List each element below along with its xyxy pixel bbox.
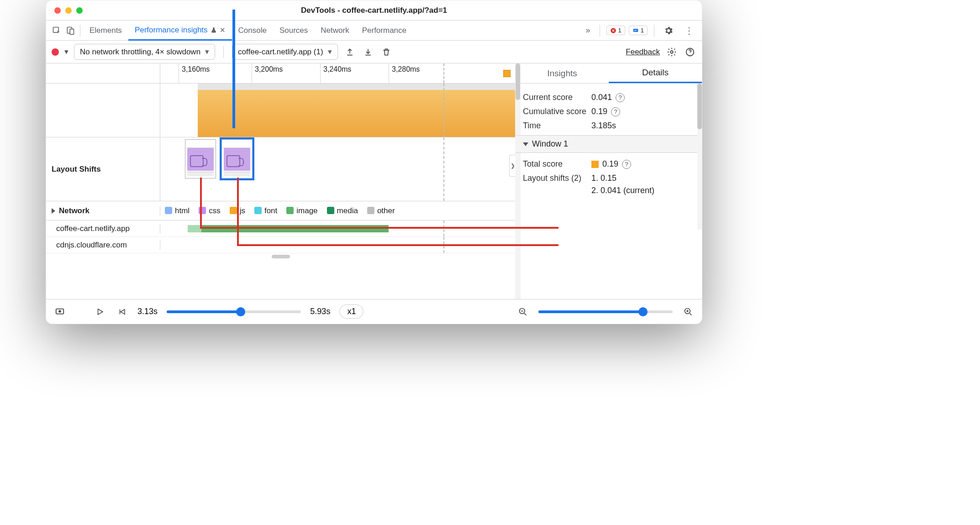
more-tabs-icon[interactable]: »: [583, 26, 593, 35]
playhead-dashed: [443, 63, 444, 83]
time-start: 3.13s: [137, 307, 158, 316]
devtools-tabstrip: Elements Performance insights ✕ Console …: [46, 21, 702, 41]
expand-icon: [52, 208, 55, 214]
cls-marker[interactable]: [503, 70, 511, 77]
tick: 3,240ms: [320, 63, 354, 83]
timeline-panel: 3,160ms 3,200ms 3,240ms 3,280ms: [46, 63, 516, 299]
time-end: 5.93s: [310, 307, 330, 316]
tab-performance[interactable]: Performance: [356, 21, 413, 41]
tab-console[interactable]: Console: [232, 21, 273, 41]
tab-insights[interactable]: Insights: [516, 63, 609, 83]
request-bar[interactable]: [201, 225, 389, 232]
playback-speed[interactable]: x1: [339, 304, 364, 319]
message-icon: [632, 27, 639, 34]
titlebar: DevTools - coffee-cart.netlify.app/?ad=1: [46, 0, 702, 21]
svg-point-8: [59, 310, 61, 312]
help-icon[interactable]: ?: [622, 160, 631, 169]
settings-gear-icon[interactable]: [661, 26, 676, 36]
network-legend: html css js font image media other: [160, 206, 515, 215]
legend-other: other: [367, 206, 395, 215]
legend-html: html: [165, 206, 190, 215]
current-score-label: Current score: [523, 93, 591, 102]
legend-media: media: [327, 206, 358, 215]
layout-shifts-label: Layout shifts (2): [523, 173, 591, 183]
network-host-2[interactable]: cdnjs.cloudflare.com: [46, 241, 160, 250]
throttling-select[interactable]: No network throttling, 4× slowdown▾: [74, 44, 215, 60]
layout-shifts-track[interactable]: [160, 137, 515, 201]
preview-toggle-icon[interactable]: [53, 305, 66, 318]
tab-sources[interactable]: Sources: [273, 21, 314, 41]
layout-shift-thumb-1[interactable]: [185, 139, 216, 178]
close-icon[interactable]: ✕: [220, 26, 226, 34]
sidebar-expand-icon[interactable]: ❯: [509, 155, 516, 177]
annotation-line: [200, 227, 558, 229]
tab-elements[interactable]: Elements: [83, 21, 128, 41]
playhead-dashed: [443, 137, 444, 201]
window-section-header[interactable]: Window 1: [516, 135, 702, 153]
task-bar[interactable]: [198, 90, 515, 137]
chevron-down-icon: [523, 142, 528, 146]
network-track-label[interactable]: Network: [46, 206, 160, 215]
cumulative-score-label: Cumulative score: [523, 107, 591, 116]
legend-css: css: [199, 206, 221, 215]
help-icon[interactable]: ?: [611, 107, 620, 116]
time-slider[interactable]: [167, 310, 301, 313]
record-button[interactable]: [52, 48, 59, 56]
legend-font: font: [254, 206, 277, 215]
inspect-icon[interactable]: [50, 24, 63, 37]
sidebar-scrollbar[interactable]: [697, 84, 702, 230]
network-host-1[interactable]: coffee-cart.netlify.app: [46, 224, 160, 233]
time-ruler[interactable]: 3,160ms 3,200ms 3,240ms 3,280ms: [160, 63, 515, 83]
window-title: DevTools - coffee-cart.netlify.app/?ad=1: [46, 6, 702, 15]
tab-performance-insights[interactable]: Performance insights ✕: [128, 21, 232, 41]
playback-footer: 3.13s 5.93s x1: [46, 299, 702, 324]
help-icon[interactable]: ?: [616, 93, 625, 102]
timeline-scrollbar[interactable]: [46, 253, 515, 260]
layout-shift-item-2[interactable]: 2. 0.041 (current): [591, 186, 654, 195]
import-icon[interactable]: [362, 46, 374, 58]
tab-network[interactable]: Network: [314, 21, 355, 41]
main-track-label: [46, 84, 160, 137]
annotation-line: [237, 244, 558, 246]
cumulative-score-value: 0.19: [591, 107, 607, 116]
layout-shifts-label: Layout Shifts: [46, 137, 160, 201]
layout-shift-thumb-2[interactable]: [221, 139, 253, 178]
play-icon[interactable]: [94, 305, 106, 318]
message-count-badge[interactable]: 1: [629, 26, 648, 35]
tick: 3,280ms: [389, 63, 422, 83]
svg-point-5: [670, 51, 673, 53]
help-icon[interactable]: [684, 46, 696, 58]
tab-details[interactable]: Details: [609, 63, 702, 83]
score-swatch: [591, 161, 599, 168]
kebab-menu-icon[interactable]: ⋮: [680, 25, 698, 36]
total-score-value: 0.19: [602, 159, 618, 169]
device-toggle-icon[interactable]: [63, 24, 77, 37]
svg-rect-4: [633, 28, 638, 31]
error-count-badge[interactable]: 1: [606, 26, 625, 35]
total-score-label: Total score: [523, 159, 591, 169]
time-label: Time: [523, 121, 591, 131]
details-sidebar: ❯ Insights Details Current score 0.041? …: [516, 63, 702, 299]
panel-settings-icon[interactable]: [665, 46, 678, 58]
tick: 3,200ms: [252, 63, 285, 83]
tick: 3,160ms: [179, 63, 212, 83]
record-menu-caret-icon[interactable]: ▾: [64, 47, 68, 57]
delete-icon[interactable]: [380, 46, 393, 58]
seek-start-icon[interactable]: [116, 305, 128, 318]
layout-shift-item-1[interactable]: 1. 0.15: [591, 173, 616, 183]
error-icon: [610, 27, 616, 34]
feedback-link[interactable]: Feedback: [626, 47, 660, 57]
zoom-out-icon[interactable]: [516, 305, 529, 318]
recording-select[interactable]: coffee-cart.netlify.app (1)▾: [232, 44, 337, 60]
ruler-label: [46, 63, 160, 83]
annotation-line: [200, 178, 202, 227]
annotation-line: [237, 178, 239, 244]
zoom-in-icon[interactable]: [682, 305, 695, 318]
selection-marker: [232, 10, 235, 128]
zoom-slider[interactable]: [538, 310, 673, 313]
current-score-value: 0.041: [591, 93, 612, 102]
export-icon[interactable]: [343, 46, 356, 58]
legend-image: image: [286, 206, 317, 215]
svg-rect-2: [70, 29, 74, 34]
main-track[interactable]: [160, 84, 515, 137]
